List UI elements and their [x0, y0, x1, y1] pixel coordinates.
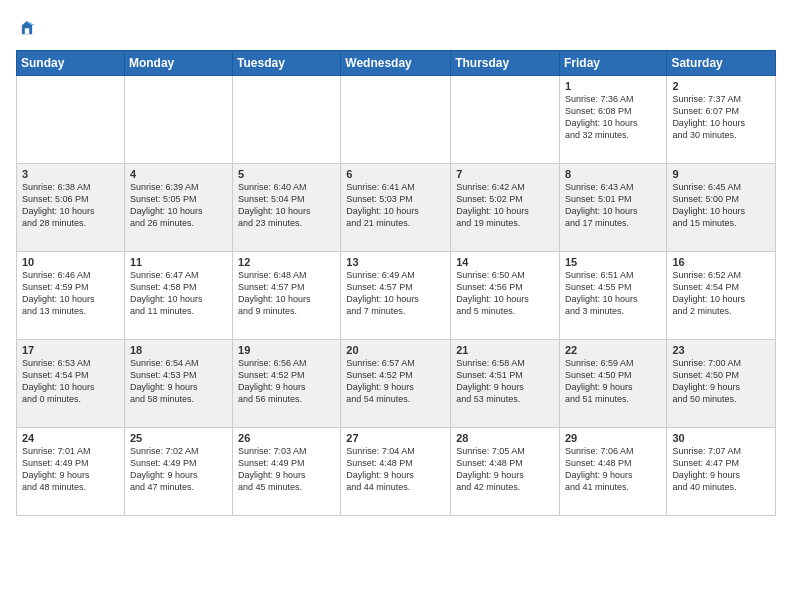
day-cell: 20Sunrise: 6:57 AM Sunset: 4:52 PM Dayli…: [341, 340, 451, 428]
day-number: 16: [672, 256, 770, 268]
day-number: 14: [456, 256, 554, 268]
weekday-header-wednesday: Wednesday: [341, 51, 451, 76]
day-cell: 13Sunrise: 6:49 AM Sunset: 4:57 PM Dayli…: [341, 252, 451, 340]
day-number: 17: [22, 344, 119, 356]
day-number: 25: [130, 432, 227, 444]
day-cell: 9Sunrise: 6:45 AM Sunset: 5:00 PM Daylig…: [667, 164, 776, 252]
day-cell: 6Sunrise: 6:41 AM Sunset: 5:03 PM Daylig…: [341, 164, 451, 252]
day-cell: 1Sunrise: 7:36 AM Sunset: 6:08 PM Daylig…: [559, 76, 666, 164]
day-cell: 28Sunrise: 7:05 AM Sunset: 4:48 PM Dayli…: [451, 428, 560, 516]
day-info: Sunrise: 6:56 AM Sunset: 4:52 PM Dayligh…: [238, 357, 335, 406]
day-number: 18: [130, 344, 227, 356]
weekday-header-friday: Friday: [559, 51, 666, 76]
day-info: Sunrise: 7:37 AM Sunset: 6:07 PM Dayligh…: [672, 93, 770, 142]
day-info: Sunrise: 6:48 AM Sunset: 4:57 PM Dayligh…: [238, 269, 335, 318]
day-cell: 29Sunrise: 7:06 AM Sunset: 4:48 PM Dayli…: [559, 428, 666, 516]
day-info: Sunrise: 7:04 AM Sunset: 4:48 PM Dayligh…: [346, 445, 445, 494]
day-info: Sunrise: 6:50 AM Sunset: 4:56 PM Dayligh…: [456, 269, 554, 318]
day-info: Sunrise: 7:36 AM Sunset: 6:08 PM Dayligh…: [565, 93, 661, 142]
day-info: Sunrise: 6:58 AM Sunset: 4:51 PM Dayligh…: [456, 357, 554, 406]
day-number: 27: [346, 432, 445, 444]
day-cell: 30Sunrise: 7:07 AM Sunset: 4:47 PM Dayli…: [667, 428, 776, 516]
day-number: 11: [130, 256, 227, 268]
day-cell: 4Sunrise: 6:39 AM Sunset: 5:05 PM Daylig…: [124, 164, 232, 252]
header: [16, 16, 776, 40]
day-cell: 11Sunrise: 6:47 AM Sunset: 4:58 PM Dayli…: [124, 252, 232, 340]
day-number: 5: [238, 168, 335, 180]
day-number: 2: [672, 80, 770, 92]
day-cell: 21Sunrise: 6:58 AM Sunset: 4:51 PM Dayli…: [451, 340, 560, 428]
day-number: 22: [565, 344, 661, 356]
day-info: Sunrise: 7:03 AM Sunset: 4:49 PM Dayligh…: [238, 445, 335, 494]
day-info: Sunrise: 6:39 AM Sunset: 5:05 PM Dayligh…: [130, 181, 227, 230]
day-cell: [124, 76, 232, 164]
day-cell: 25Sunrise: 7:02 AM Sunset: 4:49 PM Dayli…: [124, 428, 232, 516]
day-info: Sunrise: 7:02 AM Sunset: 4:49 PM Dayligh…: [130, 445, 227, 494]
day-cell: 27Sunrise: 7:04 AM Sunset: 4:48 PM Dayli…: [341, 428, 451, 516]
day-info: Sunrise: 6:43 AM Sunset: 5:01 PM Dayligh…: [565, 181, 661, 230]
day-cell: [17, 76, 125, 164]
day-cell: 14Sunrise: 6:50 AM Sunset: 4:56 PM Dayli…: [451, 252, 560, 340]
day-number: 20: [346, 344, 445, 356]
day-number: 8: [565, 168, 661, 180]
day-cell: 16Sunrise: 6:52 AM Sunset: 4:54 PM Dayli…: [667, 252, 776, 340]
calendar: SundayMondayTuesdayWednesdayThursdayFrid…: [16, 50, 776, 516]
day-number: 15: [565, 256, 661, 268]
day-info: Sunrise: 7:07 AM Sunset: 4:47 PM Dayligh…: [672, 445, 770, 494]
svg-rect-3: [25, 28, 29, 34]
day-number: 12: [238, 256, 335, 268]
day-cell: [451, 76, 560, 164]
logo: [16, 16, 41, 40]
day-info: Sunrise: 6:40 AM Sunset: 5:04 PM Dayligh…: [238, 181, 335, 230]
day-cell: 24Sunrise: 7:01 AM Sunset: 4:49 PM Dayli…: [17, 428, 125, 516]
week-row-1: 1Sunrise: 7:36 AM Sunset: 6:08 PM Daylig…: [17, 76, 776, 164]
day-cell: 12Sunrise: 6:48 AM Sunset: 4:57 PM Dayli…: [233, 252, 341, 340]
day-info: Sunrise: 6:38 AM Sunset: 5:06 PM Dayligh…: [22, 181, 119, 230]
day-number: 23: [672, 344, 770, 356]
day-number: 21: [456, 344, 554, 356]
day-info: Sunrise: 6:52 AM Sunset: 4:54 PM Dayligh…: [672, 269, 770, 318]
day-info: Sunrise: 6:51 AM Sunset: 4:55 PM Dayligh…: [565, 269, 661, 318]
logo-icon: [16, 18, 38, 40]
day-info: Sunrise: 6:59 AM Sunset: 4:50 PM Dayligh…: [565, 357, 661, 406]
day-number: 19: [238, 344, 335, 356]
day-info: Sunrise: 7:06 AM Sunset: 4:48 PM Dayligh…: [565, 445, 661, 494]
day-number: 24: [22, 432, 119, 444]
day-info: Sunrise: 7:01 AM Sunset: 4:49 PM Dayligh…: [22, 445, 119, 494]
day-number: 1: [565, 80, 661, 92]
week-row-5: 24Sunrise: 7:01 AM Sunset: 4:49 PM Dayli…: [17, 428, 776, 516]
day-cell: 22Sunrise: 6:59 AM Sunset: 4:50 PM Dayli…: [559, 340, 666, 428]
day-cell: [233, 76, 341, 164]
day-number: 29: [565, 432, 661, 444]
day-cell: 2Sunrise: 7:37 AM Sunset: 6:07 PM Daylig…: [667, 76, 776, 164]
day-info: Sunrise: 6:49 AM Sunset: 4:57 PM Dayligh…: [346, 269, 445, 318]
day-number: 28: [456, 432, 554, 444]
day-cell: 19Sunrise: 6:56 AM Sunset: 4:52 PM Dayli…: [233, 340, 341, 428]
day-cell: 3Sunrise: 6:38 AM Sunset: 5:06 PM Daylig…: [17, 164, 125, 252]
day-info: Sunrise: 6:53 AM Sunset: 4:54 PM Dayligh…: [22, 357, 119, 406]
day-cell: 10Sunrise: 6:46 AM Sunset: 4:59 PM Dayli…: [17, 252, 125, 340]
day-number: 13: [346, 256, 445, 268]
day-info: Sunrise: 6:46 AM Sunset: 4:59 PM Dayligh…: [22, 269, 119, 318]
week-row-3: 10Sunrise: 6:46 AM Sunset: 4:59 PM Dayli…: [17, 252, 776, 340]
day-cell: [341, 76, 451, 164]
week-row-4: 17Sunrise: 6:53 AM Sunset: 4:54 PM Dayli…: [17, 340, 776, 428]
day-info: Sunrise: 6:45 AM Sunset: 5:00 PM Dayligh…: [672, 181, 770, 230]
day-info: Sunrise: 6:47 AM Sunset: 4:58 PM Dayligh…: [130, 269, 227, 318]
day-cell: 17Sunrise: 6:53 AM Sunset: 4:54 PM Dayli…: [17, 340, 125, 428]
day-number: 30: [672, 432, 770, 444]
weekday-header-monday: Monday: [124, 51, 232, 76]
day-info: Sunrise: 7:05 AM Sunset: 4:48 PM Dayligh…: [456, 445, 554, 494]
day-cell: 26Sunrise: 7:03 AM Sunset: 4:49 PM Dayli…: [233, 428, 341, 516]
day-info: Sunrise: 6:41 AM Sunset: 5:03 PM Dayligh…: [346, 181, 445, 230]
weekday-header-tuesday: Tuesday: [233, 51, 341, 76]
day-number: 3: [22, 168, 119, 180]
weekday-header-thursday: Thursday: [451, 51, 560, 76]
day-cell: 8Sunrise: 6:43 AM Sunset: 5:01 PM Daylig…: [559, 164, 666, 252]
day-cell: 23Sunrise: 7:00 AM Sunset: 4:50 PM Dayli…: [667, 340, 776, 428]
day-info: Sunrise: 6:54 AM Sunset: 4:53 PM Dayligh…: [130, 357, 227, 406]
day-cell: 7Sunrise: 6:42 AM Sunset: 5:02 PM Daylig…: [451, 164, 560, 252]
day-info: Sunrise: 6:57 AM Sunset: 4:52 PM Dayligh…: [346, 357, 445, 406]
day-number: 26: [238, 432, 335, 444]
day-number: 10: [22, 256, 119, 268]
